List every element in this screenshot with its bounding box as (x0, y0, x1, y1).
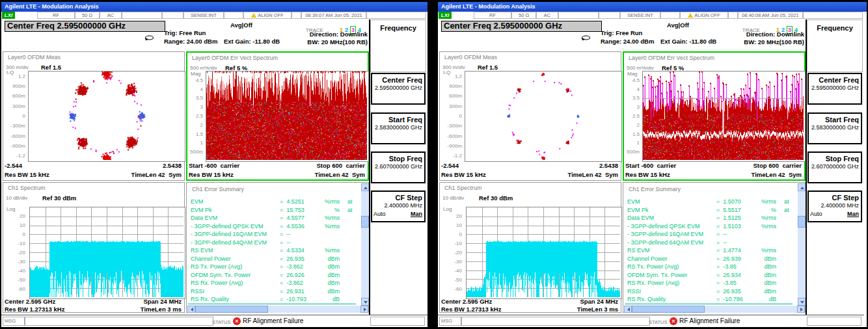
softkey-value: 2.607000000 GHz (373, 163, 422, 170)
start-carrier-label: Start -600 carrier (189, 162, 239, 169)
metric-unit: %rms (312, 215, 340, 221)
sweep-loop-icon (581, 35, 591, 41)
vertical-scroll-thumb[interactable] (361, 216, 369, 228)
scroll-down-button[interactable] (798, 298, 806, 306)
error-summary-row: RS Rx. Power (Avg)= -3.85dBm (627, 280, 795, 288)
status-cell-empty (292, 12, 301, 19)
window-titlebar[interactable]: Agilent LTE - Modulation Analysis (438, 2, 867, 12)
metric-name: RSSI (627, 288, 716, 295)
scroll-down-button[interactable] (361, 298, 369, 306)
softkey-stop-freq[interactable]: Stop Freq 2.607000000 GHz (807, 151, 862, 183)
softkey-label: Start Freq (810, 116, 859, 124)
metric-unit: %rms (312, 247, 340, 254)
scale-per-div: 500 m%/div (627, 65, 654, 71)
constellation-window[interactable]: Layer0 OFDM Meas 300 m/div Ref 1.5 I-Q -… (3, 51, 185, 181)
metric-unit: %rms (312, 223, 340, 230)
lxi-badge: LXI (439, 12, 452, 19)
ch1-spectrum-window[interactable]: Ch1 Spectrum 10 dB/div Ref 30 dBm Log Ce… (3, 182, 185, 313)
ext-gain-readout: Ext Gain: -11.80 dB (224, 38, 280, 45)
stop-carrier-label: Stop 600 carrier (753, 162, 802, 169)
vertical-scroll-thumb[interactable] (798, 216, 806, 228)
y-tick-label: 2 (188, 122, 203, 128)
error-summary-window[interactable]: Ch1 Error Summary EVM= 4.5251%rmsatEVM P… (186, 182, 369, 313)
error-summary-row: RS EVM= 1.4774%rms (627, 247, 795, 256)
horizontal-scrollbar[interactable] (624, 306, 805, 313)
metric-name: Channel Power (627, 256, 716, 262)
metric-unit: dBm (749, 263, 776, 270)
scroll-right-button[interactable] (797, 306, 805, 313)
status-cell-empty (122, 12, 162, 19)
align-warning: ALIGN OFF (680, 12, 728, 19)
cf-step-auto[interactable]: Auto (373, 211, 386, 217)
analyzer-window-1: Agilent LTE - Modulation Analysis LXI RF… (1, 2, 427, 327)
evm-spectrum-window-selected[interactable]: Layer0 OFDM Err Vect Spectrum 500 m%/div… (623, 51, 806, 181)
y-tick-label: 0 (441, 113, 462, 119)
y-tick-label: 900m (4, 83, 25, 89)
ref-level: Ref 1.5 (41, 64, 61, 71)
scroll-left-button[interactable] (624, 306, 632, 313)
rf-indicator: RF (474, 12, 511, 19)
metric-name: - 3GPP-defined QPSK EVM (191, 223, 280, 230)
y-tick-label: -20 (4, 250, 25, 256)
scroll-up-button[interactable] (798, 183, 806, 191)
avg-readout: Avg|Off (667, 21, 689, 29)
cf-step-auto[interactable]: Auto (810, 211, 822, 217)
softkey-stop-freq[interactable]: Stop Freq 2.607000000 GHz (371, 151, 426, 183)
summary-separator (625, 304, 793, 304)
evm-spectrum-window-selected[interactable]: Layer0 OFDM Err Vect Spectrum 500 m%/div… (186, 51, 369, 181)
metric-value: = 26.931 (280, 288, 312, 295)
softkey-cf-step[interactable]: CF Step 2.400000 MHz AutoMan (807, 191, 862, 222)
y-tick-label: -600m (441, 133, 462, 139)
scroll-right-button[interactable] (360, 306, 368, 313)
metric-unit: dBm (312, 280, 340, 286)
ch1-spectrum-window[interactable]: Ch1 Spectrum 10 dB/div Ref 30 dBm Log Ce… (439, 182, 621, 313)
constellation-window[interactable]: Layer0 OFDM Meas 300 m/div Ref 1.5 I-Q -… (439, 51, 621, 181)
metric-name: EVM (627, 198, 716, 205)
softkey-start-freq[interactable]: Start Freq 2.583000000 GHz (371, 112, 426, 144)
softkey-value: 2.583000000 GHz (810, 124, 859, 131)
y-tick-label: -20 (441, 250, 462, 256)
active-function-readout: Center Freq 2.595000000 GHz (5, 21, 165, 32)
status-cell-empty (558, 12, 599, 19)
window-titlebar[interactable]: Agilent LTE - Modulation Analysis (1, 2, 427, 12)
msg-label: MSG (439, 317, 461, 326)
error-summary-window[interactable]: Ch1 Error Summary EVM= 1.5070%rmsatEVM P… (623, 182, 806, 313)
metric-name: - 3GPP-defined 16QAM EVM (627, 231, 716, 237)
timelen-label: TimeLen 42 Sym (315, 171, 365, 178)
softkey-center-freq[interactable]: Center Freq 2.595000000 GHz (371, 73, 426, 105)
res-bw-label: Res BW 15 kHz (189, 171, 234, 178)
scroll-up-button[interactable] (361, 183, 369, 191)
y-tick-label: 1.5 (188, 131, 203, 137)
error-summary-row: OFDM Sym. Tx. Power= 26.934dBm (627, 272, 795, 280)
datetime: 08:40:08 AM Jun 05, 2021 (738, 12, 803, 19)
error-summary-row: Channel Power= 26.939dBm (627, 256, 795, 264)
cf-step-man[interactable]: Man (411, 211, 422, 217)
vertical-scrollbar[interactable] (798, 183, 806, 306)
metric-name: OFDM Sym. Tx. Power (627, 272, 716, 278)
cf-step-man[interactable]: Man (847, 211, 859, 217)
vertical-scrollbar[interactable] (361, 183, 369, 306)
y-tick-label: 2 (625, 122, 640, 128)
horizontal-scroll-thumb[interactable] (195, 306, 268, 313)
horizontal-scroll-thumb[interactable] (632, 306, 705, 313)
metric-unit: dBm (749, 280, 776, 286)
evm-spectrum-plot (642, 71, 806, 162)
align-warning-label: ALIGN OFF (258, 12, 284, 18)
y-tick-label: 1.5 (625, 131, 640, 137)
softkey-cf-step[interactable]: CF Step 2.400000 MHz AutoMan (371, 191, 426, 222)
metric-unit: %rms (749, 223, 776, 230)
horizontal-scrollbar[interactable] (187, 306, 368, 313)
metric-unit: dBm (312, 256, 340, 262)
instrument-status-strip: LXI RF 50 Ω AC SENSE:INT ALIGN OFF 08:39… (1, 12, 427, 20)
scroll-left-button[interactable] (187, 306, 195, 313)
softkey-center-freq[interactable]: Center Freq 2.595000000 GHz (807, 73, 862, 105)
timelen-label: TimeLen 3 ms (577, 306, 618, 313)
status-cell-empty (224, 12, 243, 19)
y-tick-label: 3.5 (188, 95, 203, 101)
metric-value: = 4.5334 (280, 247, 312, 254)
lxi-badge: LXI (2, 12, 15, 19)
menu-title: Frequency (807, 24, 863, 32)
y-tick-label: 3 (625, 104, 640, 110)
y-tick-label: -40 (441, 268, 462, 274)
softkey-start-freq[interactable]: Start Freq 2.583000000 GHz (807, 112, 862, 144)
